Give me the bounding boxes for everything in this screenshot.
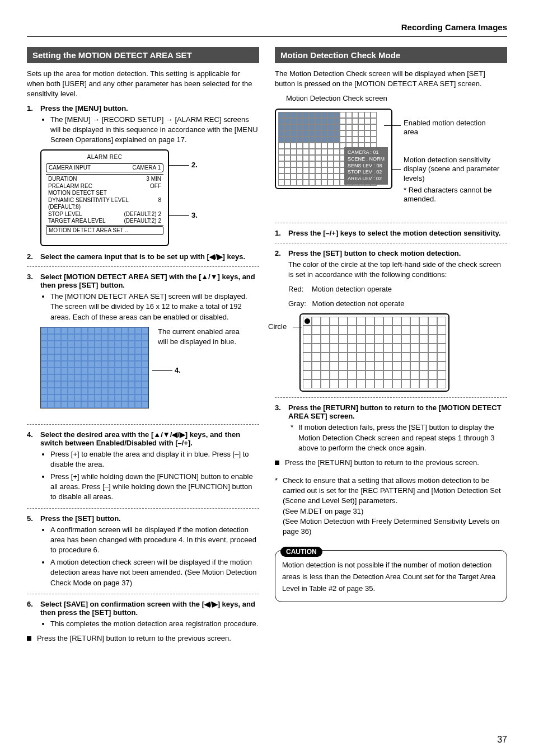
overlay-scene: SCENE : NORM xyxy=(348,156,385,163)
r-step-3-star: If motion detection fails, press the [SE… xyxy=(291,422,507,453)
circle-screen-figure xyxy=(299,313,449,392)
overlay-area: AREA LEV : 02 xyxy=(348,176,385,182)
alarm-block: DURATION3 MIN PREALARM RECOFF MOTION DET… xyxy=(46,174,163,226)
step-5-head: Press the [SET] button. xyxy=(40,514,121,523)
overlay-camera: CAMERA : 01 xyxy=(348,149,385,156)
dashed-divider xyxy=(275,397,507,398)
left-return-note: Press the [RETURN] button to return to t… xyxy=(27,633,259,644)
label-enabled-area: Enabled motion detection area xyxy=(404,119,499,138)
label-sensitivity: Motion detection sensitivity display (sc… xyxy=(404,156,504,184)
r-step-1: Press the [–/+] keys to select the motio… xyxy=(275,229,507,237)
grid-side-note: The current enabled area will be display… xyxy=(158,327,247,347)
callout-3: 3. xyxy=(191,211,198,219)
alarm-dsl-l: DYNAMIC SENSITIVITY LEVEL (DEFAULT:8) xyxy=(48,197,158,211)
check-overlay: CAMERA : 01 SCENE : NORM SENS LEV : 08 S… xyxy=(344,147,388,184)
r-step-3: Press the [RETURN] button to return to t… xyxy=(275,403,507,453)
alarm-duration-l: DURATION xyxy=(48,176,77,183)
color-red: Red: Motion detection operate xyxy=(288,284,507,294)
section-title-right: Motion Detection Check Mode xyxy=(275,47,507,63)
step-3-head: Select [MOTION DETECT AREA SET] with the… xyxy=(40,273,255,289)
page-number: 37 xyxy=(497,735,507,745)
dashed-divider xyxy=(275,223,507,223)
motion-detect-grid-figure xyxy=(40,327,149,408)
step-4-bullet-1: Press [+] to enable the area and display… xyxy=(50,449,259,469)
caution-box: Motion detection is not possible if the … xyxy=(275,550,507,602)
step-4-bullet-2: Press [+] while holding down the [FUNCTI… xyxy=(50,472,259,503)
caution-label: CAUTION xyxy=(280,547,322,557)
alarm-stop-m: (DEFAULT:2) xyxy=(124,211,156,217)
dashed-divider xyxy=(27,424,259,425)
step-1: Press the [MENU] button. The [MENU] → [R… xyxy=(27,104,259,245)
left-column: Setting the MOTION DETECT AREA SET Sets … xyxy=(27,47,259,647)
alarm-title: ALARM REC xyxy=(46,154,163,161)
section-title-left: Setting the MOTION DETECT AREA SET xyxy=(27,47,259,63)
step-2-head: Select the camera input that is to be se… xyxy=(40,252,245,261)
alarm-prealarm-l: PREALARM REC xyxy=(48,183,92,190)
step-3-bullet: The [MOTION DETECT AREA SET] screen will… xyxy=(50,292,259,322)
alarm-target-m: (DEFAULT:2) xyxy=(124,218,156,224)
step-6-bullet-1: This completes the motion detection area… xyxy=(50,619,259,629)
r-step-2: Press the [SET] button to check motion d… xyxy=(275,249,507,392)
alarm-target-r: 2 xyxy=(158,218,161,224)
right-check-note: Check to ensure that a setting that allo… xyxy=(275,476,507,537)
alarm-stop-r: 2 xyxy=(158,211,161,217)
r-step-2-head: Press the [SET] button to check motion d… xyxy=(288,249,461,257)
alarm-prealarm-r: OFF xyxy=(150,183,161,190)
alarm-row-mdas: MOTION DETECT AREA SET .. xyxy=(46,226,163,236)
r-step-2-p1: The color of the circle at the top left-… xyxy=(288,260,507,280)
overlay-sens: SENS LEV : 08 xyxy=(348,163,385,170)
callout-2: 2. xyxy=(191,161,198,169)
overlay-stop: STOP LEV : 02 xyxy=(348,169,385,176)
step-6: Select [SAVE] on confirmation screen wit… xyxy=(27,600,259,629)
color-gray: Gray: Motion detection not operate xyxy=(288,299,507,309)
step-3: Select [MOTION DETECT AREA SET] with the… xyxy=(27,273,259,416)
r-step-1-head: Press the [–/+] keys to select the motio… xyxy=(288,229,500,237)
step-6-head: Select [SAVE] on confirmation screen wit… xyxy=(40,600,255,617)
alarm-mds-l: MOTION DETECT SET xyxy=(48,190,107,197)
dashed-divider xyxy=(27,266,259,267)
r-step-3-head: Press the [RETURN] button to return to t… xyxy=(288,403,502,420)
alarm-dsl-r: 8 xyxy=(158,197,161,211)
alarm-row-camera: CAMERA INPUT CAMERA 1 xyxy=(46,163,163,173)
step-5-bullet-1: A confirmation screen will be displayed … xyxy=(50,525,259,556)
step-5-bullet-2: A motion detection check screen will be … xyxy=(50,557,259,588)
alarm-stop-l: STOP LEVEL xyxy=(48,211,82,218)
step-2: Select the camera input that is to be se… xyxy=(27,252,259,261)
right-return-note: Press the [RETURN] button to return to t… xyxy=(275,458,507,468)
label-red-note: * Red characters cannot be amended. xyxy=(404,186,504,205)
alarm-duration-r: 3 MIN xyxy=(146,176,161,183)
divider xyxy=(27,36,507,37)
alarm-camera-label: CAMERA INPUT xyxy=(49,165,91,172)
callout-4: 4. xyxy=(175,366,181,374)
dashed-divider xyxy=(27,594,259,594)
step-5: Press the [SET] button. A confirmation s… xyxy=(27,514,259,588)
page-section-heading: Recording Camera Images xyxy=(27,22,507,32)
step-4-head: Select the desired area with the [▲/▼/◀/… xyxy=(40,430,240,447)
step-4: Select the desired area with the [▲/▼/◀/… xyxy=(27,430,259,503)
alarm-camera-value: CAMERA 1 xyxy=(132,165,161,172)
alarm-target-l: TARGET AREA LEVEL xyxy=(48,218,105,225)
dashed-divider xyxy=(275,243,507,243)
right-intro: The Motion Detection Check screen will b… xyxy=(275,69,507,89)
check-screen-figure: CAMERA : 01 SCENE : NORM SENS LEV : 08 S… xyxy=(275,109,392,189)
step-1-bullet: The [MENU] → [RECORD SETUP] → [ALARM REC… xyxy=(50,115,259,145)
intro-paragraph: Sets up the area for motion detection. T… xyxy=(27,69,259,100)
alarm-mdas-l: MOTION DETECT AREA SET .. xyxy=(49,227,128,234)
circle-label: Circle xyxy=(268,322,287,331)
right-column: Motion Detection Check Mode The Motion D… xyxy=(275,47,507,647)
step-1-head: Press the [MENU] button. xyxy=(40,104,128,112)
dashed-divider xyxy=(27,508,259,509)
alarm-rec-figure: ALARM REC CAMERA INPUT CAMERA 1 DURATION… xyxy=(40,149,169,246)
check-figure-caption: Motion Detection Check screen xyxy=(286,93,507,104)
